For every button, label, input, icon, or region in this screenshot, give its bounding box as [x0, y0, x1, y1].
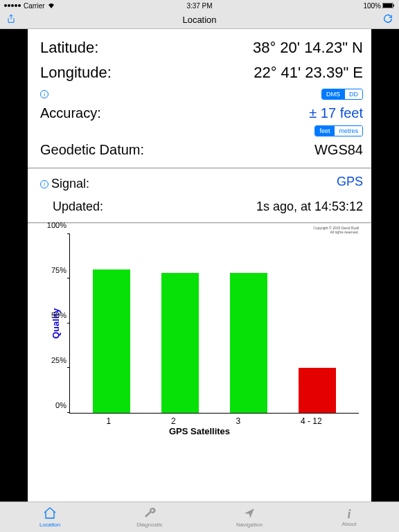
longitude-value: 22° 41' 23.39" E — [254, 64, 363, 82]
status-bar: Carrier 3:37 PM 100% — [0, 0, 399, 11]
datum-label: Geodetic Datum: — [40, 142, 144, 158]
y-ticks: 0% 25% 50% 75% 100% — [43, 233, 66, 414]
tab-diagnostic[interactable]: Diagnostic — [100, 502, 200, 532]
coord-format-segment[interactable]: DMS DD — [321, 89, 363, 100]
info-letter-icon: i — [347, 508, 351, 520]
x-ticks: 1 2 3 4 - 12 — [69, 414, 359, 426]
tab-label: Location — [39, 522, 60, 528]
page-title: Location — [182, 15, 216, 25]
location-arrow-icon — [242, 506, 256, 521]
bar-1 — [93, 269, 130, 413]
seg-dd[interactable]: DD — [344, 89, 362, 99]
tab-bar: Location Diagnostic Navigation i About — [0, 502, 399, 532]
accuracy-value: ± 17 feet — [309, 105, 363, 121]
seg-feet[interactable]: feet — [315, 126, 334, 136]
signal-dots-icon — [4, 4, 21, 7]
wifi-icon — [48, 2, 55, 10]
refresh-button[interactable] — [382, 13, 393, 27]
tab-label: Navigation — [236, 522, 263, 528]
signal-value: GPS — [337, 175, 363, 189]
updated-label: Updated: — [40, 200, 103, 214]
info-icon-signal[interactable]: i — [40, 180, 48, 188]
longitude-label: Longitude: — [40, 64, 112, 82]
tab-location[interactable]: Location — [0, 502, 100, 532]
nav-bar: Location — [0, 11, 399, 29]
tab-about[interactable]: i About — [299, 502, 399, 532]
signal-label: i Signal: — [40, 177, 89, 191]
unit-segment[interactable]: feet metres — [314, 125, 363, 136]
left-letterbox — [0, 29, 28, 502]
right-letterbox — [371, 29, 399, 502]
wrench-icon — [143, 506, 157, 521]
battery-percent: 100% — [363, 2, 381, 10]
tab-label: Diagnostic — [136, 522, 162, 528]
seg-dms[interactable]: DMS — [322, 89, 344, 99]
bar-2 — [161, 273, 199, 413]
battery-icon — [382, 2, 395, 10]
info-icon[interactable]: i — [40, 90, 48, 98]
latitude-value: 38° 20' 14.23" N — [253, 39, 363, 57]
tab-label: About — [342, 521, 357, 527]
accuracy-label: Accuracy: — [40, 105, 101, 121]
home-icon — [43, 506, 57, 521]
plot-area — [69, 233, 359, 414]
chart-area: Copyright © 2015 David Ryall All rights … — [28, 224, 371, 502]
status-time: 3:37 PM — [186, 2, 212, 10]
svg-rect-1 — [383, 3, 392, 8]
share-button[interactable] — [6, 13, 17, 27]
bar-4 — [299, 368, 336, 413]
carrier-label: Carrier — [24, 2, 45, 10]
seg-metres[interactable]: metres — [334, 126, 362, 136]
bar-3 — [230, 273, 267, 413]
tab-navigation[interactable]: Navigation — [200, 502, 299, 532]
updated-value: 1s ago, at 14:53:12 — [256, 200, 363, 214]
x-axis-label: GPS Satellites — [37, 426, 362, 436]
datum-value: WGS84 — [314, 142, 363, 158]
svg-rect-2 — [393, 4, 395, 6]
latitude-label: Latitude: — [40, 39, 98, 57]
